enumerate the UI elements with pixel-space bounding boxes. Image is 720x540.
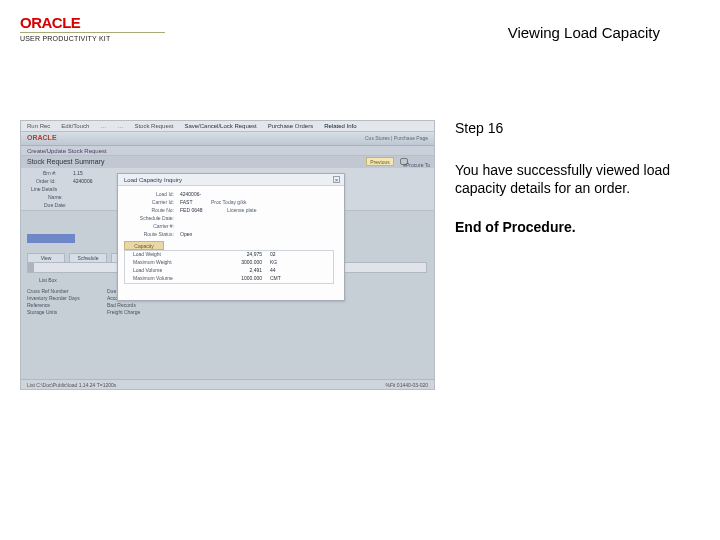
tab-schedule[interactable]: Schedule [69, 253, 107, 262]
menu-item[interactable]: … [100, 123, 106, 129]
grid-unit: 02 [270, 251, 320, 259]
step-label: Step 16 [455, 120, 680, 136]
end-of-procedure: End of Procedure. [455, 219, 680, 235]
popup-field-label: Route No: [124, 207, 180, 213]
order-value: 4240006 [73, 178, 92, 184]
popup-field-label: Load Id: [124, 191, 180, 197]
brand-subtitle: USER PRODUCTIVITY KIT [20, 35, 165, 42]
menu-item[interactable]: … [117, 123, 123, 129]
duedate-label: Due Date: [44, 202, 67, 208]
popup-field-label: Schedule Date: [124, 215, 180, 221]
grid-value: 3000.000 [210, 259, 270, 267]
menu-item[interactable]: Save/Cancel/Lock Request [184, 123, 256, 129]
grid-unit: 44 [270, 267, 320, 275]
grid-label: Load Volume [125, 267, 210, 275]
grid-label: Load Weight [125, 251, 210, 259]
grid-value: 2,491 [210, 267, 270, 275]
close-icon[interactable]: × [333, 176, 340, 183]
grid-unit: KG [270, 259, 320, 267]
brand-name: ORACLE [20, 14, 165, 31]
app-brand: ORACLE [27, 134, 57, 141]
brand-logo: ORACLE USER PRODUCTIVITY KIT [20, 14, 165, 42]
grid-value: 24,975 [210, 251, 270, 259]
grid-label: Maximum Volume [125, 275, 210, 283]
popup-field-value: FAST [180, 199, 193, 205]
status-right: %Fit 01440-03-020 [385, 380, 428, 390]
popup-field-label: License plate [203, 207, 263, 213]
selection-bar [27, 234, 75, 243]
grid-value: 1000.000 [210, 275, 270, 283]
popup-field-label: Carrier #: [124, 223, 180, 229]
tab-view[interactable]: View [27, 253, 65, 262]
menu-item[interactable]: Edit/Touch [61, 123, 89, 129]
popup-field-value: FED 0648 [180, 207, 203, 213]
popup-field-value: 4240006- [180, 191, 201, 197]
summary-title: Stock Request Summary Previous eProcure … [21, 156, 434, 168]
menu-item-active[interactable]: Related Info [324, 123, 356, 129]
embedded-app-screenshot: Run Rec Edit/Touch … … Stock Request Sav… [20, 120, 435, 390]
menu-item[interactable]: Run Rec [27, 123, 50, 129]
popup-header: Load Capacity Inquiry × [118, 174, 344, 186]
menu-item[interactable]: Stock Request [134, 123, 173, 129]
capacity-tab[interactable]: Capacity [124, 241, 164, 250]
grid-unit: CMT [270, 275, 320, 283]
menu-item[interactable]: Purchase Orders [268, 123, 313, 129]
branch-value: 1.15 [73, 170, 83, 176]
status-bar: List C:\Doc\Public\load 1.14.24 T=1200s … [21, 379, 434, 389]
branch-label: Brn #: [43, 170, 56, 176]
popup-field-label: Carrier Id: [124, 199, 180, 205]
line-details-label: Line Details [31, 186, 57, 192]
order-label: Order Id: [36, 178, 56, 184]
popup-field-label: Route Status: [124, 231, 180, 237]
popup-field-label: Proc Today g/kk [193, 199, 253, 205]
popup-field-value: Open [180, 231, 192, 237]
app-menubar: Run Rec Edit/Touch … … Stock Request Sav… [21, 121, 434, 132]
app-brandbar: ORACLE Cus Stores | Purchase Page [21, 132, 434, 146]
breadcrumb: Create/Update Stock Request [21, 146, 434, 156]
grid-label: Maximum Weight [125, 259, 210, 267]
load-capacity-popup: Load Capacity Inquiry × Load Id:4240006-… [117, 173, 345, 301]
capacity-grid: Load Weight24,97502 Maximum Weight3000.0… [124, 250, 334, 284]
name-label: Name: [48, 194, 63, 200]
status-left: List C:\Doc\Public\load 1.14.24 T=1200s [27, 382, 116, 388]
step-description: You have successfully viewed load capaci… [455, 162, 680, 197]
listbox-label: List Box [39, 277, 57, 283]
app-brand-right: Cus Stores | Purchase Page [365, 135, 428, 141]
page-title: Viewing Load Capacity [508, 24, 660, 41]
previous-button[interactable]: Previous [366, 157, 394, 166]
